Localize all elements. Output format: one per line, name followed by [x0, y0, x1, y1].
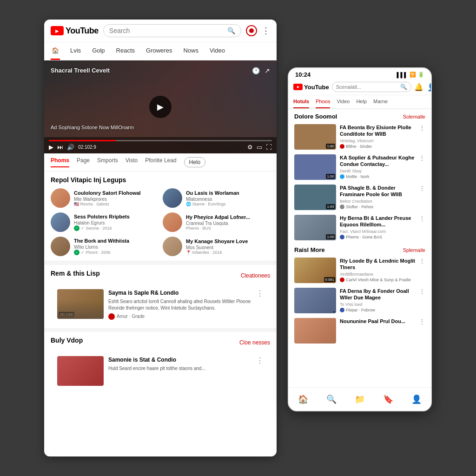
- person-item[interactable]: Ou Lasis is Worlaman Mlatcenness 🌐 Starn…: [163, 188, 270, 208]
- search-bar[interactable]: 🔍: [103, 24, 241, 37]
- record-icon[interactable]: [246, 25, 257, 36]
- content-tab-page[interactable]: Page: [77, 157, 90, 167]
- more-options-button-2[interactable]: ⋮: [256, 356, 264, 365]
- share-icon[interactable]: ↗: [264, 67, 270, 74]
- mobile-thumb-duration: 1:80: [326, 144, 335, 149]
- mobile-nav-marne[interactable]: Marne: [373, 95, 388, 108]
- mobile-search-input[interactable]: [336, 84, 400, 90]
- mobile-see-all-2[interactable]: Splemaile: [403, 247, 425, 253]
- person-sub: Wliio Llorns: [74, 245, 158, 250]
- content-tab-smports[interactable]: Smports: [97, 157, 118, 167]
- avatar: [163, 212, 182, 232]
- see-all-link[interactable]: Cleationees: [241, 272, 270, 279]
- mobile-more-btn[interactable]: ⋮: [419, 185, 425, 192]
- mobile-nav-video[interactable]: Video: [337, 95, 350, 108]
- signal-icon: ▌▌▌: [397, 72, 408, 78]
- mobile-nav-help[interactable]: Help: [356, 95, 367, 108]
- search-input[interactable]: [109, 27, 225, 34]
- mobile-video-info: KA Soplier & Pulsadeur Koghe Condue Cont…: [340, 154, 415, 179]
- clock-icon[interactable]: 🕐: [252, 67, 260, 74]
- mobile-video-item[interactable]: 1:00 Hy Berna Bt & Lander Preuse Equoos …: [289, 212, 431, 243]
- mobile-video-meta: Dentlr Sbay: [340, 169, 415, 173]
- mobile-video-info: FA Beonta Bry Elsionte Plolle Conditlote…: [340, 124, 415, 149]
- mobile-more-btn[interactable]: ⋮: [419, 258, 425, 265]
- mobile-video-item[interactable]: 1:00 KA Soplier & Pulsadeur Koghe Condue…: [289, 152, 431, 182]
- mobile-video-item[interactable]: 1:65 PA Shagle B. & Donder Framinare Poo…: [289, 182, 431, 212]
- mobile-video-item-s2-2[interactable]: FA Derna lby & Fonder Ooall Wller Due Ma…: [289, 285, 431, 316]
- mobile-more-btn[interactable]: ⋮: [419, 215, 425, 222]
- mobile-video-item-s2-3[interactable]: Noununine Paal Prul Dou... ⋮: [289, 316, 431, 346]
- nav-tab-nows[interactable]: Nows: [182, 42, 199, 60]
- video-card-2[interactable]: Samonie is Stat & Condio Huld Seard enci…: [51, 352, 270, 390]
- mobile-bell-icon[interactable]: 🔔: [414, 83, 423, 92]
- mobile-search-icon[interactable]: 🔍: [400, 84, 407, 90]
- avatar: [51, 188, 70, 208]
- mobile-video-title: FA Beonta Bry Elsionte Plolle Conditlote…: [340, 124, 415, 138]
- mobile-thumb-duration: [333, 311, 335, 312]
- mobile-see-all-1[interactable]: Solemalle: [403, 114, 425, 119]
- mobile-search-bar[interactable]: 🔍: [332, 82, 411, 92]
- person-name: Ou Lasis is Worlaman: [186, 190, 270, 196]
- mobile-more-btn[interactable]: ⋮: [419, 288, 425, 295]
- video-card[interactable]: 00:199 Sayma is Saple R& Londio Eshlt Se…: [51, 285, 270, 324]
- nav-tab-golp[interactable]: Golp: [91, 42, 106, 60]
- mobile-video-channel: Carlvl Vteoh Mloe & Sunp & Pradie: [340, 278, 415, 282]
- mobile-nav-bookmarks-icon[interactable]: 🔖: [383, 394, 393, 404]
- mobile-more-btn[interactable]: ⋮: [419, 318, 425, 325]
- person-info: Ou Lasis is Worlaman Mlatcenness 🌐 Starn…: [186, 190, 270, 206]
- mobile-nav-library-icon[interactable]: 📁: [355, 394, 365, 404]
- person-item[interactable]: Coulolonry Satort Flohowal Mte Warkprore…: [51, 188, 158, 208]
- mobile-nav-phoos[interactable]: Phoos: [316, 95, 330, 108]
- mobile-more-btn[interactable]: ⋮: [419, 124, 425, 132]
- person-meta-text: ✓ Senme · 2016: [81, 226, 112, 231]
- mobile-more-btn[interactable]: ⋮: [419, 154, 425, 162]
- mobile-header-icons: 🔔 👤: [414, 83, 432, 92]
- nav-tab-groweres[interactable]: Groweres: [145, 42, 173, 60]
- nav-tab-video[interactable]: Video: [209, 42, 226, 60]
- mobile-nav-profile-icon[interactable]: 👤: [411, 394, 422, 404]
- mobile-status-bar: 10:24 ▌▌▌ 🛜 🔋: [289, 68, 431, 80]
- mobile-nav-home-icon[interactable]: 🏠: [298, 394, 308, 404]
- fullscreen-icon[interactable]: ⛶: [266, 144, 272, 151]
- nav-tab-home[interactable]: 🏠: [51, 42, 60, 60]
- play-button[interactable]: ▶: [149, 96, 172, 118]
- video-card-title: Sayma is Saple R& Londio: [108, 289, 251, 297]
- mobile-profile-icon[interactable]: 👤: [427, 83, 432, 92]
- search-icon-button[interactable]: 🔍: [227, 27, 235, 34]
- video-player[interactable]: Shacral Treell Cevelt 🕐 ↗ ▶ Ad Sophiang …: [44, 60, 277, 153]
- mobile-nav-hotuls[interactable]: Hotuls: [293, 95, 309, 108]
- person-name: Sess Polsters Rripbets: [74, 213, 158, 220]
- mobile-channel-icon: [340, 144, 344, 149]
- person-item[interactable]: Sess Polsters Rripbets Halalon Egrurs ✓ …: [51, 212, 158, 232]
- volume-icon[interactable]: 🔊: [67, 144, 74, 151]
- settings-icon[interactable]: ⚙: [247, 144, 253, 151]
- person-item[interactable]: Hy Pheyice Adpal Lofner... Cranreal Tra …: [163, 212, 270, 232]
- play-pause-icon[interactable]: ▶: [49, 144, 53, 151]
- person-item[interactable]: The Bork and Withiista Wliio Llorns ✓ ✓ …: [51, 237, 158, 256]
- mobile-video-item-s2[interactable]: 0:081 Rly Loode By & Lendnic Moglit Tlne…: [289, 255, 431, 285]
- mobile-video-title: PA Shagle B. & Donder Framinare Poole 6o…: [340, 185, 415, 198]
- content-tab-phoms[interactable]: Phoms: [51, 157, 69, 167]
- content-tab-helo[interactable]: Helo: [184, 157, 206, 167]
- nav-tab-reacts[interactable]: Reacts: [115, 42, 136, 60]
- progress-bar[interactable]: [49, 140, 272, 141]
- youtube-logo: YouTube: [51, 26, 99, 36]
- mobile-video-channel: Bltlne · Sinder: [340, 144, 415, 149]
- second-see-all-link[interactable]: Cloe nesses: [239, 339, 270, 346]
- mobile-video-title: Rly Loode By & Lendnic Moglit Tlners: [340, 258, 415, 271]
- mobile-video-info: Hy Berna Bt & Lander Preuse Equoos Rilel…: [340, 215, 415, 239]
- mobile-channel-text: Phems · Gone BAS: [346, 235, 382, 239]
- video-thumbnail-card-2: [57, 356, 104, 386]
- content-tab-visto[interactable]: Visto: [126, 157, 138, 167]
- mobile-nav-explore-icon[interactable]: 🔍: [326, 394, 337, 404]
- content-tab-pforiite[interactable]: Pforiite Lead: [145, 157, 176, 167]
- more-options-icon[interactable]: ⋮: [262, 26, 270, 36]
- next-icon[interactable]: ⏭: [57, 144, 63, 151]
- more-options-button[interactable]: ⋮: [256, 289, 264, 298]
- nav-tab-lvis[interactable]: Lvis: [69, 42, 82, 60]
- mobile-video-item[interactable]: 1:80 FA Beonta Bry Elsionte Plolle Condi…: [289, 122, 431, 152]
- mobile-video-thumb: [294, 318, 336, 344]
- person-item[interactable]: My Kanage Shoyare Love Mos Suonent 📍 Inf…: [163, 237, 270, 256]
- theater-icon[interactable]: ▭: [257, 144, 262, 151]
- person-sub: Cranreal Tra Uaquta: [186, 221, 270, 226]
